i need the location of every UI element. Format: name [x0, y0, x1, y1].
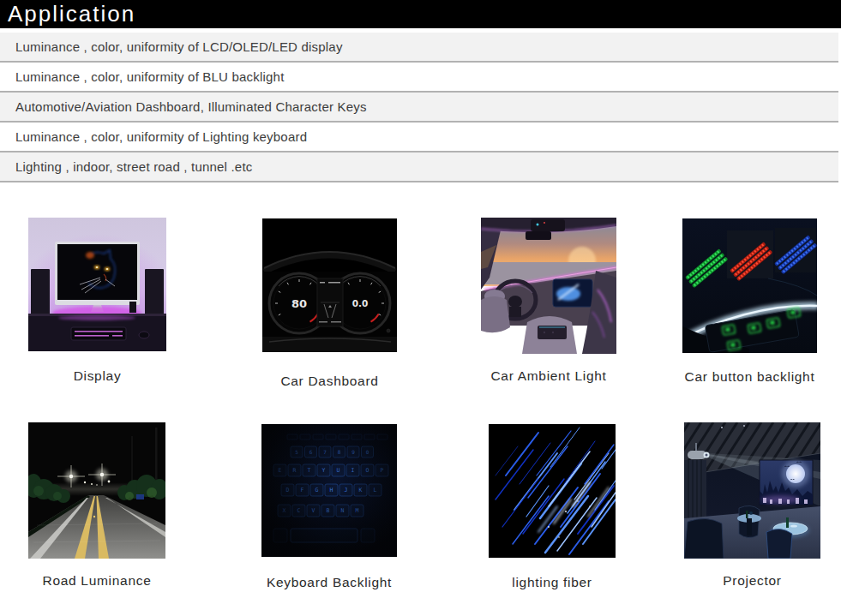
caption-car-dashboard: Car Dashboard	[280, 374, 378, 389]
application-list: Luminance , color, uniformity of LCD/OLE…	[0, 33, 838, 182]
road-luminance-image	[28, 422, 165, 559]
application-row-label: Luminance , color, uniformity of LCD/OLE…	[15, 39, 343, 54]
application-row: Luminance , color, uniformity of LCD/OLE…	[0, 33, 838, 63]
caption-road-luminance: Road Luminance	[43, 573, 152, 589]
gallery-card-keyboard-backlight: 567890ERTYUIOPDFGHJKLXCVBNM Keyboard Bac…	[261, 424, 397, 595]
caption-display: Display	[74, 368, 122, 384]
caption-projector: Projector	[723, 573, 781, 589]
application-row-label: Luminance , color, uniformity of BLU bac…	[15, 69, 285, 84]
lighting-fiber-image	[489, 424, 616, 558]
application-row: Automotive/Aviation Dashboard, Illuminat…	[0, 93, 838, 123]
gallery-card-car-ambient-light: Car Ambient Light	[481, 218, 616, 389]
application-row-label: Luminance , color, uniformity of Lightin…	[15, 129, 307, 144]
car-button-backlight-image	[682, 218, 817, 353]
page-title: Application	[0, 3, 135, 25]
gallery-card-projector: Projector	[684, 422, 820, 594]
caption-keyboard-backlight: Keyboard Backlight	[267, 575, 392, 590]
caption-lighting-fiber: lighting fiber	[512, 575, 592, 590]
header-bar: Application	[0, 0, 841, 28]
application-row: Luminance , color, uniformity of Lightin…	[0, 123, 838, 153]
application-row-label: Lighting , indoor, street road , tunnel …	[15, 159, 252, 174]
gallery-card-road-luminance: Road Luminance	[28, 422, 165, 594]
speed-value: 80	[291, 297, 307, 310]
application-row-label: Automotive/Aviation Dashboard, Illuminat…	[15, 99, 367, 114]
application-row: Lighting , indoor, street road , tunnel …	[0, 153, 838, 182]
rpm-value: 0.0	[352, 298, 369, 308]
car-ambient-light-image	[481, 218, 616, 354]
projector-image	[684, 422, 820, 559]
keyboard-backlight-image: 567890ERTYUIOPDFGHJKLXCVBNM	[261, 424, 397, 557]
car-dashboard-image: 80 0.0	[262, 218, 397, 352]
gallery-card-display: Display	[28, 218, 166, 389]
caption-car-button-backlight: Car button backlight	[685, 369, 815, 385]
gallery-card-car-dashboard: 80 0.0	[262, 218, 397, 390]
application-row: Luminance , color, uniformity of BLU bac…	[0, 63, 838, 93]
display-image	[28, 218, 166, 351]
gallery-card-car-button-backlight: Car button backlight	[682, 218, 817, 390]
caption-car-ambient-light: Car Ambient Light	[490, 368, 606, 384]
gallery-card-lighting-fiber: lighting fiber	[489, 424, 616, 595]
